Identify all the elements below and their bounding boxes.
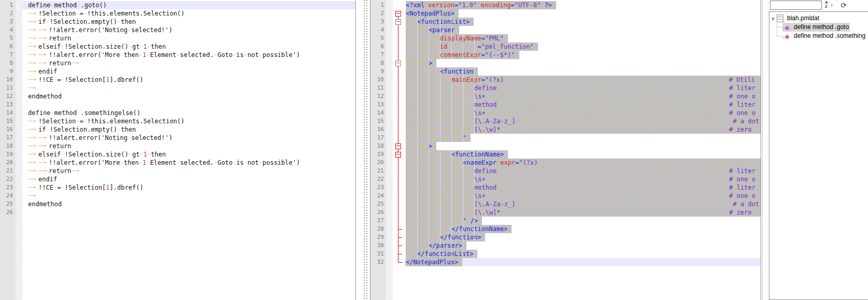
code-line[interactable]: ⟶if·!Selection.empty()·then <box>22 18 355 26</box>
code-line[interactable] <box>22 101 355 109</box>
space-whitespace-mark: · <box>733 192 737 199</box>
code-line[interactable]: ⟶⟶⟶⟶⟶⟶method····························… <box>404 101 761 109</box>
code-line[interactable]: ⟶⟶⟶⟶⟶⟶[\.\w]*···························… <box>404 208 761 217</box>
code-line[interactable]: ⟶if·!Selection.empty()·then <box>22 125 355 134</box>
code-line[interactable]: ⟶⟶<parser <box>404 26 761 34</box>
code-line[interactable]: ⟶⟶</parser> <box>404 241 761 250</box>
pane-splitter[interactable] <box>362 0 369 300</box>
fold-collapse-box[interactable] <box>395 19 401 25</box>
code-line[interactable]: ⟶!Selection·=·!this.elements.Selection() <box>22 9 355 18</box>
code-line[interactable]: ⟶⟶⟶⟶⟶⟶\s+·······························… <box>404 192 761 200</box>
code-line[interactable] <box>22 208 355 217</box>
left-bookmark-margin <box>16 0 22 300</box>
code-line[interactable]: ⟶⟶⟶⟶⟶" <box>404 134 761 142</box>
code-line[interactable]: ⟶⟶⟶⟶⟶<nameExpr·expr="(?x)···············… <box>404 159 761 167</box>
code-line[interactable]: <?xml·version="1.0"·encoding="UTF-8"·?> <box>404 1 761 9</box>
code-line[interactable]: </NotepadPlus> <box>404 258 761 266</box>
code-token: then <box>121 126 136 133</box>
code-line[interactable]: ⟶⟶⟶⟶⟶⟶[\.A-Za-z_]·······················… <box>404 200 761 208</box>
code-line[interactable]: ⟶⟶⟶id········="pml_function" <box>404 42 761 51</box>
left-editor-pane[interactable]: 1234567891011121314151617181920212223242… <box>0 0 356 300</box>
code-line[interactable]: define·method·.somethingelse() <box>22 109 355 117</box>
code-line[interactable]: ⟶elseif·!Selection.size()·gt·1·then <box>22 150 355 159</box>
code-line[interactable]: ⟶⟶⟶<function <box>404 67 761 76</box>
space-whitespace-mark: ········································… <box>497 101 729 108</box>
code-line[interactable]: ⟶!Selection·=·!this.elements.Selection() <box>22 117 355 125</box>
code-line[interactable]: endmethod <box>22 92 355 101</box>
right-editor-pane[interactable]: 1234567891011121314151617181920212223242… <box>370 0 761 300</box>
code-line[interactable]: ⟶⟶⟶displayName="PML" <box>404 34 761 42</box>
space-whitespace-mark: · <box>748 176 751 183</box>
code-line[interactable]: ⟶ <box>22 192 355 200</box>
code-line[interactable]: ⟶</functionList> <box>404 250 761 258</box>
code-line[interactable]: ⟶⟶return <box>22 142 355 150</box>
function-list-item[interactable]: ≡◆define method .goto <box>775 23 868 32</box>
code-line[interactable]: ⟶⟶⟶⟶⟶⟶[\.A-Za-z_]·······················… <box>404 117 761 125</box>
code-line[interactable]: ⟶⟶⟶⟶</functionName> <box>404 225 761 233</box>
reload-button[interactable]: ⟳ <box>838 0 849 10</box>
function-list-tree[interactable]: ∨ blah.pmldat ≡◆define method .goto≡◆def… <box>769 11 868 300</box>
code-line[interactable]: ⟶!!CE·=·!Selection[1].dbref() <box>22 183 355 192</box>
tab-whitespace-mark: ⟶ <box>429 217 440 225</box>
code-line[interactable]: ⟶⟶!!alert.error('More·then·1·Element·sel… <box>22 159 355 167</box>
fold-collapse-box[interactable] <box>395 61 401 66</box>
code-line[interactable]: ⟶<functionList> <box>404 18 761 26</box>
code-line[interactable]: ⟶⟶return⟶ <box>22 59 355 67</box>
code-line[interactable]: ⟶ <box>22 84 355 92</box>
code-token: # <box>729 176 733 183</box>
code-token: return <box>49 35 71 42</box>
code-token: expr <box>500 159 515 166</box>
code-line[interactable]: ⟶⟶⟶⟶⟶⟶define····························… <box>404 84 761 92</box>
chevron-down-icon[interactable]: ∨ <box>769 14 777 23</box>
code-line[interactable]: ⟶⟶⟶⟶⟶"·/> <box>404 217 761 225</box>
code-line[interactable]: ⟶endif <box>22 175 355 183</box>
code-line[interactable]: ⟶⟶!!alert.error('More·then·1·Element·sel… <box>22 51 355 59</box>
space-whitespace-mark: · <box>733 184 737 191</box>
code-line[interactable]: ⟶⟶⟶</function> <box>404 233 761 241</box>
sort-az-button[interactable]: A Z ↓ <box>824 0 834 10</box>
code-line[interactable]: ⟶⟶⟶⟶⟶⟶method····························… <box>404 183 761 192</box>
tree-file-label: blah.pmldat <box>786 14 820 23</box>
tree-file-row[interactable]: ∨ blah.pmldat <box>769 14 868 23</box>
line-number: 1 <box>370 1 384 9</box>
code-line[interactable]: <NotepadPlus> <box>404 9 761 18</box>
tab-whitespace-mark: ⟶ <box>417 125 429 134</box>
code-line[interactable]: ⟶!!CE·=·!Selection[1].dbref() <box>22 76 355 84</box>
tab-whitespace-mark: ⟶ <box>429 84 440 92</box>
code-line[interactable]: ⟶endif <box>22 67 355 76</box>
code-line[interactable]: ⟶⟶return⟶ <box>22 167 355 175</box>
code-line[interactable]: endmethod <box>22 200 355 208</box>
tab-whitespace-mark: ⟶ <box>417 51 429 59</box>
function-list-search-input[interactable] <box>770 1 822 10</box>
code-line[interactable]: ⟶elseif·!Selection.size()·gt·1·then <box>22 42 355 51</box>
code-line[interactable]: ⟶⟶⟶⟶⟶⟶\s+·······························… <box>404 175 761 183</box>
left-code-area[interactable]: define·method·.goto()⟶!Selection·=·!this… <box>22 0 355 300</box>
code-line[interactable]: ⟶⟶⟶⟶mainExpr="(?x)······················… <box>404 76 761 84</box>
code-line[interactable]: ⟶⟶⟶⟶⟶⟶\s+·······························… <box>404 109 761 117</box>
fold-collapse-box[interactable] <box>395 11 401 17</box>
code-token: </functionList> <box>417 250 473 258</box>
line-number: 13 <box>370 101 384 109</box>
function-list-item[interactable]: ≡◆define method .something <box>775 32 868 40</box>
space-whitespace-mark: · <box>733 126 737 133</box>
code-line[interactable]: ⟶⟶!!alert.error('Noting·selected!') <box>22 26 355 34</box>
tab-whitespace-mark: ⟶ <box>406 51 417 59</box>
tab-whitespace-mark: ⟶ <box>463 92 474 101</box>
code-line[interactable]: ⟶⟶⟶commentExpr="(--$*)" <box>404 51 761 59</box>
fold-collapse-box[interactable] <box>395 144 401 149</box>
tab-whitespace-mark: ⟶ <box>417 76 429 84</box>
right-code-area[interactable]: <?xml·version="1.0"·encoding="UTF-8"·?><… <box>404 0 761 300</box>
tab-whitespace-mark: ⟶ <box>429 167 440 175</box>
code-line[interactable]: ⟶⟶⟶⟶<functionName> <box>404 150 761 159</box>
code-line[interactable]: ⟶⟶> <box>404 142 761 150</box>
code-line[interactable]: ⟶⟶> <box>404 59 761 67</box>
code-token: "1.0" <box>458 2 477 9</box>
fold-collapse-box[interactable] <box>395 152 401 158</box>
code-line[interactable]: ⟶⟶⟶⟶⟶⟶\s+·······························… <box>404 92 761 101</box>
code-line[interactable]: ⟶⟶!!alert.error('Noting·selected!') <box>22 134 355 142</box>
fold-margin[interactable] <box>393 0 404 300</box>
code-line[interactable]: ⟶⟶⟶⟶⟶⟶[\.\w]*···························… <box>404 125 761 134</box>
code-line[interactable]: define·method·.goto() <box>22 1 355 9</box>
code-line[interactable]: ⟶⟶⟶⟶⟶⟶define····························… <box>404 167 761 175</box>
code-line[interactable]: ⟶⟶return <box>22 34 355 42</box>
